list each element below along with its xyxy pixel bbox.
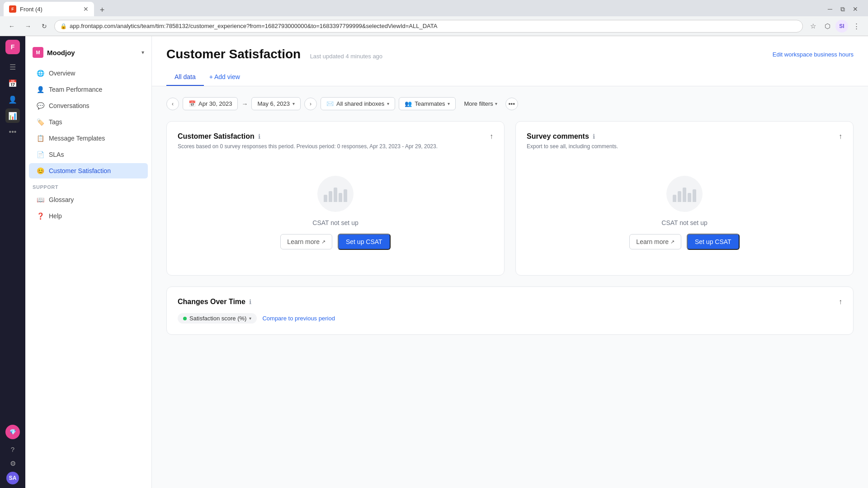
sidebar-item-label-glossary: Glossary <box>49 196 74 203</box>
sidebar-item-message-templates[interactable]: 📋 Message Templates <box>29 131 148 146</box>
csat-card-title: Customer Satisfaction <box>178 132 255 141</box>
sidebar-item-help[interactable]: ❓ Help <box>29 208 148 224</box>
teammates-filter-dropdown[interactable]: 👥 Teammates ▾ <box>399 97 456 110</box>
help-icon[interactable]: ? <box>6 443 19 455</box>
browser-toolbar: ← → ↻ 🔒 app.frontapp.com/analytics/team/… <box>0 16 868 36</box>
changes-over-time-section: Changes Over Time ℹ ↑ Satisfaction score… <box>166 286 854 335</box>
tab-all-data[interactable]: All data <box>166 69 204 86</box>
reload-button[interactable]: ↻ <box>38 20 51 33</box>
csat-learn-more-button[interactable]: Learn more ↗ <box>280 234 332 249</box>
sidebar-item-label-message-templates: Message Templates <box>49 135 105 142</box>
calendar-icon: 📅 <box>189 100 196 107</box>
survey-empty-actions: Learn more ↗ Set up CSAT <box>629 234 739 250</box>
more-filters-button[interactable]: More filters ▾ <box>459 98 501 110</box>
sidebar-item-glossary[interactable]: 📖 Glossary <box>29 192 148 207</box>
csat-info-icon[interactable]: ℹ <box>258 133 260 140</box>
overview-icon: 🌐 <box>36 70 44 77</box>
date-arrow-icon: → <box>241 100 248 108</box>
profile-button[interactable]: SI <box>835 20 848 33</box>
back-button[interactable]: ← <box>5 20 18 33</box>
sidebar-item-customer-satisfaction[interactable]: 😊 Customer Satisfaction <box>29 163 148 178</box>
survey-info-icon[interactable]: ℹ <box>593 133 595 140</box>
nav-analytics-icon[interactable]: 📊 <box>5 108 20 123</box>
date-end-chevron: ▾ <box>292 101 295 106</box>
csat-bar-chart-icon <box>324 186 347 202</box>
close-window-button[interactable]: ✕ <box>850 4 861 14</box>
workspace-chevron-icon[interactable]: ▾ <box>142 49 144 56</box>
survey-learn-more-button[interactable]: Learn more ↗ <box>629 234 681 249</box>
sidebar-item-conversations[interactable]: 💬 Conversations <box>29 98 148 113</box>
sidebar-item-slas[interactable]: 📄 SLAs <box>29 147 148 162</box>
date-next-button[interactable]: › <box>304 98 317 110</box>
view-tabs: All data + Add view <box>166 69 854 86</box>
sidebar-item-label-customer-satisfaction: Customer Satisfaction <box>49 167 111 174</box>
user-avatar[interactable]: SA <box>6 472 19 484</box>
address-bar[interactable]: 🔒 app.frontapp.com/analytics/team/tim:78… <box>54 20 803 33</box>
date-range-start[interactable]: 📅 Apr 30, 2023 <box>183 97 238 110</box>
changes-header: Changes Over Time ℹ ↑ <box>178 298 842 306</box>
csat-empty-state: CSAT not set up Learn more ↗ Set up CSAT <box>178 161 493 264</box>
nav-inbox-icon[interactable]: ☰ <box>5 60 20 74</box>
sidebar-item-label-overview: Overview <box>49 70 75 77</box>
sidebar-item-label-slas: SLAs <box>49 151 64 158</box>
sidebar-item-label-conversations: Conversations <box>49 102 90 109</box>
message-templates-icon: 📋 <box>36 135 44 142</box>
survey-card-subtitle: Export to see all, including comments. <box>527 142 842 150</box>
csat-card-header: Customer Satisfaction ℹ ↑ <box>178 132 493 141</box>
sidebar: M Moodjoy ▾ 🌐 Overview 👤 Team Performanc… <box>25 36 152 488</box>
nav-more-icon[interactable]: ••• <box>5 125 20 139</box>
csat-card-subtitle: Scores based on 0 survey responses this … <box>178 142 493 150</box>
minimize-button[interactable]: ─ <box>825 4 835 14</box>
satisfaction-score-badge[interactable]: Satisfaction score (%) ▾ <box>178 313 257 324</box>
survey-setup-button[interactable]: Set up CSAT <box>687 234 740 250</box>
help-nav-icon: ❓ <box>36 212 44 220</box>
survey-comments-card: Survey comments ℹ ↑ Export to see all, i… <box>515 121 854 276</box>
nav-calendar-icon[interactable]: 📅 <box>5 76 20 90</box>
tags-icon: 🏷️ <box>36 118 44 126</box>
survey-export-button[interactable]: ↑ <box>839 132 842 141</box>
forward-button[interactable]: → <box>22 20 34 33</box>
nav-contacts-icon[interactable]: 👤 <box>5 92 20 107</box>
csat-external-link-icon: ↗ <box>321 239 326 245</box>
sidebar-item-label-team-performance: Team Performance <box>49 86 102 93</box>
sidebar-item-tags[interactable]: 🏷️ Tags <box>29 114 148 130</box>
start-date-text: Apr 30, 2023 <box>198 100 232 107</box>
window-controls: ─ ⧉ ✕ <box>821 2 864 16</box>
edit-hours-link[interactable]: Edit workspace business hours <box>773 51 854 58</box>
extensions-button[interactable]: ⬡ <box>821 20 834 33</box>
sidebar-item-overview[interactable]: 🌐 Overview <box>29 66 148 81</box>
changes-info-icon[interactable]: ℹ <box>249 298 251 305</box>
csat-empty-actions: Learn more ↗ Set up CSAT <box>280 234 390 250</box>
filter-extra-options-button[interactable]: ••• <box>505 98 518 110</box>
csat-export-button[interactable]: ↑ <box>490 132 493 141</box>
survey-external-link-icon: ↗ <box>670 239 675 245</box>
csat-setup-button[interactable]: Set up CSAT <box>338 234 391 250</box>
tab-title: Front (4) <box>20 6 42 13</box>
compare-to-previous-link[interactable]: Compare to previous period <box>262 315 335 322</box>
tab-close-button[interactable]: ✕ <box>83 5 89 13</box>
survey-empty-state: CSAT not set up Learn more ↗ Set up CSAT <box>527 161 842 264</box>
new-tab-button[interactable]: + <box>96 4 108 16</box>
date-prev-button[interactable]: ‹ <box>166 98 179 110</box>
menu-button[interactable]: ⋮ <box>850 20 863 33</box>
survey-card-header: Survey comments ℹ ↑ <box>527 132 842 141</box>
upgrade-btn-strip[interactable]: 💎 <box>5 425 20 439</box>
active-tab[interactable]: F Front (4) ✕ <box>4 2 94 16</box>
survey-card-title: Survey comments <box>527 132 589 141</box>
restore-button[interactable]: ⧉ <box>837 4 848 14</box>
tab-favicon: F <box>9 5 16 13</box>
last-updated-text: Last updated 4 minutes ago <box>310 53 382 60</box>
browser-tab-bar: F Front (4) ✕ + ─ ⧉ ✕ <box>0 0 868 16</box>
inbox-filter-dropdown[interactable]: ✉️ All shared inboxes ▾ <box>321 97 395 110</box>
teammates-filter-icon: 👥 <box>405 100 412 107</box>
date-range-end[interactable]: May 6, 2023 ▾ <box>251 97 301 110</box>
main-content: Customer Satisfaction Last updated 4 min… <box>152 36 868 488</box>
support-section-label: Support <box>25 179 151 192</box>
settings-icon[interactable]: ⚙ <box>6 457 19 470</box>
changes-export-button[interactable]: ↑ <box>839 298 842 306</box>
add-view-button[interactable]: + Add view <box>204 69 245 86</box>
bookmark-button[interactable]: ☆ <box>807 20 819 33</box>
survey-setup-label: Set up CSAT <box>695 238 731 245</box>
team-performance-icon: 👤 <box>36 86 44 93</box>
sidebar-item-team-performance[interactable]: 👤 Team Performance <box>29 82 148 97</box>
